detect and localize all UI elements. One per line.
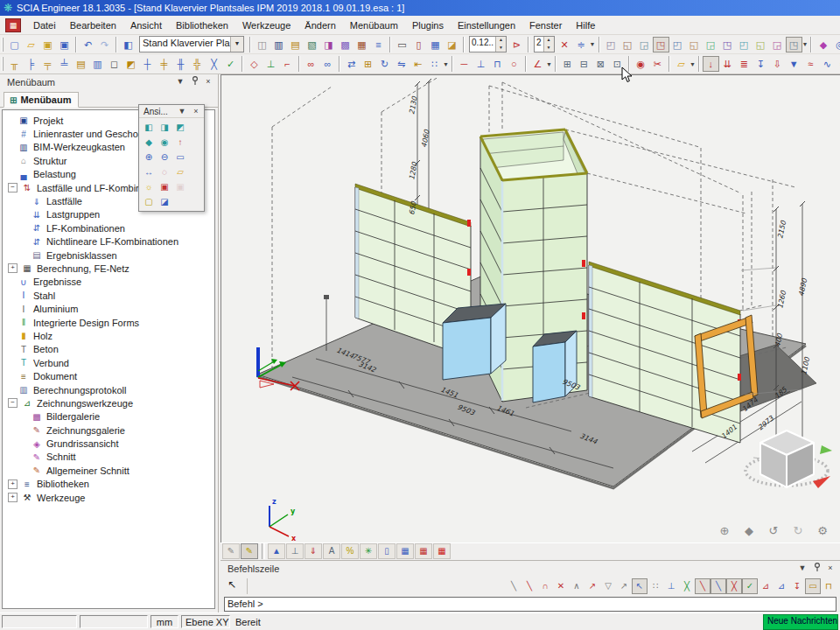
save-all-icon[interactable]: ▣ — [39, 37, 56, 52]
tree-item-integrierte-design-forms[interactable]: ‖Integrierte Design Forms — [3, 316, 214, 329]
new-messages-button[interactable]: Neue Nachrichten — [763, 614, 838, 630]
accept-snap-icon[interactable]: ✓ — [742, 578, 758, 594]
selection-filter-icon[interactable]: ✕ — [556, 37, 573, 52]
table-gallery-icon[interactable]: ▦ — [354, 37, 370, 52]
open-project-icon[interactable]: ▱ — [23, 37, 39, 52]
teamwork-icon[interactable]: ◫ — [254, 37, 270, 52]
window-layout-2-icon[interactable]: ◱ — [620, 37, 636, 52]
draw-perpendicular-icon[interactable]: ⊥ — [472, 56, 489, 72]
view-camera-icon[interactable]: ◉ — [157, 135, 172, 150]
light-settings-icon[interactable]: ☼ — [141, 179, 157, 194]
tree-expander-icon[interactable]: − — [8, 398, 18, 408]
copy-attributes-icon[interactable]: ▤ — [287, 37, 304, 52]
connect-members-icon[interactable]: ╬ — [189, 56, 206, 72]
draw-rectangle-icon[interactable]: ⊓ — [489, 56, 506, 72]
window-layout-12-icon[interactable]: ◳ — [786, 37, 802, 52]
menu-hilfe[interactable]: Hilfe — [569, 18, 602, 33]
zoom-find-icon[interactable]: ◎ — [831, 37, 840, 52]
menu-bearbeiten[interactable]: Bearbeiten — [63, 18, 123, 33]
show-axes-icon[interactable]: ▲ — [268, 543, 285, 559]
window-layout-8-icon[interactable]: ◳ — [719, 37, 736, 52]
tree-item-nichtlineare-lf-kombinationen[interactable]: ⇵Nichtlineare LF-Kombinationen — [3, 235, 214, 248]
track-angle-2-icon[interactable]: ⊿ — [774, 578, 789, 594]
snap-point-icon[interactable]: ╲ — [522, 578, 537, 594]
plate-icon[interactable]: ▤ — [73, 56, 89, 72]
snap-arc-icon[interactable]: ∩ — [537, 578, 553, 594]
copy-icon[interactable]: ⊞ — [360, 56, 376, 72]
blue-box-2[interactable] — [533, 331, 577, 402]
disconnect-members-icon[interactable]: ╳ — [206, 56, 222, 72]
tree-item-werkzeuge[interactable]: +⚒Werkzeuge — [3, 491, 214, 504]
chevron-down-icon[interactable]: ▼ — [230, 37, 243, 52]
menu-fenster[interactable]: Fenster — [522, 18, 569, 33]
open-esa-folder-icon[interactable]: ▱ — [673, 56, 690, 72]
tree-item-bibliotheken[interactable]: +≡Bibliotheken — [3, 478, 214, 491]
toolbar-grip[interactable] — [2, 57, 4, 71]
tree-item-verbund[interactable]: TVerbund — [3, 356, 214, 369]
rib-icon[interactable]: ╤ — [39, 56, 56, 72]
tree-item-ergebnisse[interactable]: ∪Ergebnisse — [3, 276, 214, 289]
view-front-icon[interactable]: ◧ — [141, 120, 157, 135]
walk-mode-icon[interactable]: ↑ — [172, 135, 188, 150]
status-unit[interactable]: mm — [150, 615, 178, 628]
tree-item-beton[interactable]: TBeton — [3, 343, 214, 356]
window-layout-5-icon[interactable]: ◰ — [669, 37, 686, 52]
view-axo-icon[interactable]: ◆ — [141, 135, 157, 150]
save-icon[interactable]: ▣ — [56, 37, 73, 52]
menu-menuebaum[interactable]: Menübaum — [343, 18, 405, 33]
panel-menu-icon[interactable]: ▼ — [174, 76, 186, 88]
member-recognition-icon[interactable]: ◨ — [320, 37, 337, 52]
zoom-in-icon[interactable]: ⊕ — [141, 150, 157, 164]
store-view-icon[interactable]: ▱ — [172, 164, 188, 179]
calculator-icon[interactable]: ▦ — [427, 37, 444, 52]
view-cube[interactable] — [746, 430, 832, 488]
z-direction-icon[interactable]: ↧ — [789, 578, 805, 594]
tree-item-bildergalerie[interactable]: ▩Bildergalerie — [3, 410, 214, 424]
tab-menuebaum[interactable]: ⊞ Menübaum — [4, 92, 79, 108]
layer-pen-active-icon[interactable]: ✎ — [241, 543, 258, 559]
gallery-table-icon[interactable]: ▦ — [415, 543, 432, 559]
menu-bibliotheken[interactable]: Bibliotheken — [169, 18, 235, 33]
tree-item-ergebnisklassen[interactable]: ▤Ergebnisklassen — [3, 248, 214, 262]
plane-snap-icon[interactable]: ╲ — [710, 578, 726, 594]
close-icon[interactable]: × — [190, 106, 202, 117]
zoom-window-icon[interactable]: ▭ — [172, 150, 188, 164]
tree-expander-icon[interactable]: + — [8, 493, 18, 502]
tree-item-berechnungsprotokoll[interactable]: ▥Berechnungsprotokoll — [3, 383, 214, 396]
cursor-settings-icon[interactable]: ↖ — [632, 578, 648, 594]
show-loads-icon[interactable]: ⇓ — [304, 543, 322, 559]
spinner-buttons[interactable]: ▲▼ — [495, 37, 506, 52]
binoculars-icon[interactable]: ∞ — [303, 56, 319, 72]
close-icon[interactable]: × — [202, 76, 214, 88]
pin-icon[interactable] — [810, 563, 822, 574]
view-side-icon[interactable]: ◨ — [157, 120, 172, 135]
palette-header[interactable]: Ansi... ▼ × — [139, 105, 204, 118]
tree-item-allgemeiner-schnitt[interactable]: ✎Allgemeiner Schnitt — [3, 464, 214, 477]
window-layout-4-icon[interactable]: ◳ — [653, 37, 669, 52]
snap-intersection-icon[interactable]: ╳ — [679, 578, 695, 594]
print-icon[interactable]: ▭ — [394, 37, 410, 52]
show-model-data-icon[interactable]: % — [341, 543, 359, 559]
column-icon[interactable]: ╥ — [6, 56, 23, 72]
tree-item-berechnung-fe-netz[interactable]: +▦Berechnung, FE-Netz — [3, 262, 214, 275]
tree-item-aluminium[interactable]: IAluminium — [3, 302, 214, 315]
close-icon[interactable]: × — [824, 563, 836, 574]
draw-angle-icon[interactable]: ∠ — [529, 56, 546, 72]
results-table-icon[interactable]: ▦ — [396, 543, 414, 559]
support-icon[interactable]: ⊥ — [262, 56, 279, 72]
view-manager-icon[interactable]: ◪ — [157, 194, 172, 209]
track-angle-icon[interactable]: ⊿ — [758, 578, 774, 594]
free-point-load-icon[interactable]: ↧ — [752, 56, 769, 72]
snap-endpoint-icon[interactable]: ╲ — [506, 578, 522, 594]
menu-datei[interactable]: Datei — [26, 18, 63, 33]
render-image-icon[interactable]: ▣ — [157, 179, 172, 194]
blue-box-1[interactable] — [443, 304, 506, 380]
pointer-mode-icon[interactable]: ↖ — [224, 578, 248, 594]
engineering-report-icon[interactable]: ◪ — [444, 37, 460, 52]
chevron-down-icon[interactable]: ▼ — [443, 61, 449, 67]
tree-item-grundrissansicht[interactable]: ◈Grundrissansicht — [3, 437, 214, 450]
move-icon[interactable]: ⇄ — [343, 56, 360, 72]
view-settings-icon[interactable]: ⚙ — [814, 523, 831, 539]
tree-item-lf-kombinationen[interactable]: ⇵LF-Kombinationen — [3, 221, 214, 234]
menu-einstellungen[interactable]: Einstellungen — [451, 18, 522, 33]
